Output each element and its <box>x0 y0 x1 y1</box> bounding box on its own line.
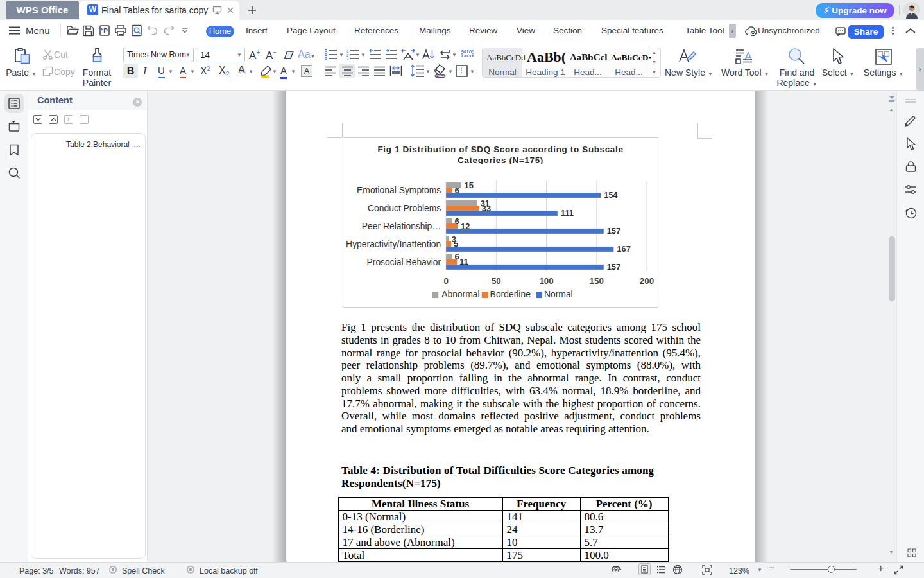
svg-text:0: 0 <box>443 276 448 285</box>
svg-text:Conduct Problems: Conduct Problems <box>368 202 441 213</box>
svg-text:6: 6 <box>454 216 459 225</box>
svg-text:3: 3 <box>346 57 349 60</box>
svg-text:157: 157 <box>606 226 620 236</box>
svg-text:157: 157 <box>606 262 620 272</box>
svg-text:111: 111 <box>560 208 573 218</box>
svg-text:A: A <box>744 50 752 63</box>
svg-text:Emotional Symptoms: Emotional Symptoms <box>357 184 441 195</box>
svg-text:33: 33 <box>481 203 490 213</box>
svg-text:50: 50 <box>491 276 501 285</box>
svg-text:6: 6 <box>454 185 459 195</box>
svg-text:6: 6 <box>454 252 459 261</box>
svg-text:200: 200 <box>639 276 653 285</box>
svg-text:Borderline: Borderline <box>490 288 531 299</box>
svg-text:5: 5 <box>453 239 458 249</box>
svg-text:150: 150 <box>589 276 603 285</box>
svg-text:Prosocial Behavior: Prosocial Behavior <box>366 256 441 267</box>
svg-text:15: 15 <box>464 180 473 189</box>
svg-text:Hyperactivity/Inattention: Hyperactivity/Inattention <box>346 238 441 249</box>
svg-text:Fig 1 Distribution of SDQ Scor: Fig 1 Distribution of SDQ Score accordin… <box>377 144 623 154</box>
svg-text:Abnormal: Abnormal <box>441 288 479 299</box>
svg-text:154: 154 <box>603 190 617 200</box>
svg-text:167: 167 <box>617 244 631 254</box>
svg-text:Normal: Normal <box>543 288 572 299</box>
svg-text:P: P <box>103 28 108 35</box>
svg-text:100: 100 <box>539 276 553 285</box>
svg-text:11: 11 <box>459 257 468 267</box>
svg-text:12: 12 <box>460 221 469 231</box>
svg-text:Peer Relationship…: Peer Relationship… <box>361 220 440 231</box>
svg-text:Categories (N=175): Categories (N=175) <box>457 155 543 164</box>
